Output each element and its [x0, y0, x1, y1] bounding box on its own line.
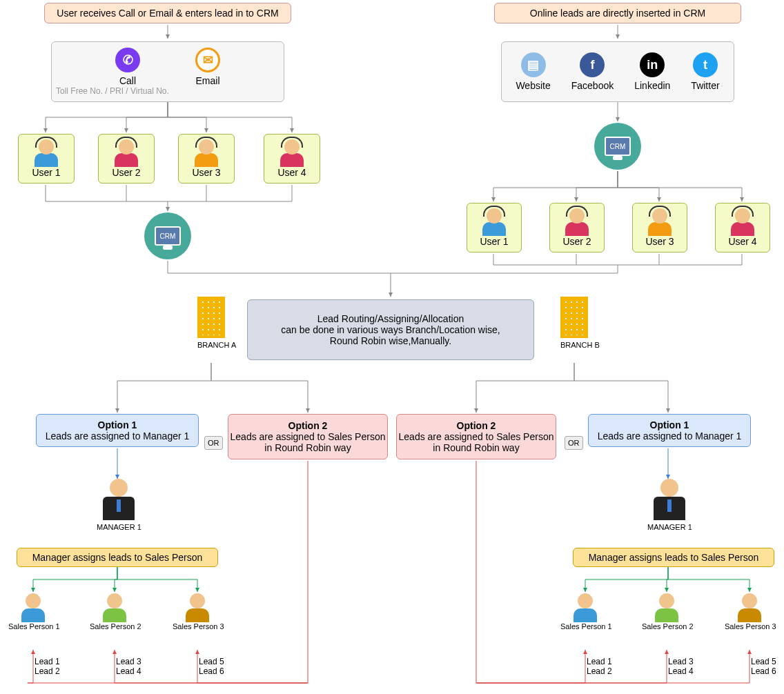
branch-b-label: BRANCH B [560, 341, 600, 349]
right-header: Online leads are directly inserted in CR… [494, 3, 741, 23]
right-user-1: User 1 [467, 203, 522, 252]
call-email-box: ✆ Call ✉ Email Toll Free No. / PRI / Vir… [51, 41, 284, 102]
sp-label: Sales Person 1 [560, 622, 610, 631]
crm-left: CRM [144, 212, 191, 259]
salesperson-right-2: Sales Person 2 [642, 593, 692, 631]
building-icon [560, 297, 588, 338]
manager-assign-right: Manager assigns leads to Sales Person [573, 548, 774, 567]
opt1-title: Option 1 [98, 419, 137, 430]
right-or: OR [565, 436, 583, 450]
manager-assign-left: Manager assigns leads to Sales Person [17, 548, 218, 567]
left-user-1: User 1 [18, 134, 75, 184]
left-option1: Option 1 Leads are assigned to Manager 1 [36, 414, 199, 447]
salesperson-right-1: Sales Person 1 [560, 593, 610, 631]
sp-label: Sales Person 3 [725, 622, 774, 631]
left-user-3: User 3 [178, 134, 235, 184]
routing-box: Lead Routing/Assigning/Allocation can be… [247, 299, 534, 360]
opt2-title: Option 2 [457, 420, 496, 431]
leads-left-3: Lead 5Lead 6 [199, 657, 224, 676]
twitter-icon: t [693, 52, 718, 77]
sources-box: ▤ Website f Facebook in Linkedin t Twitt… [501, 41, 734, 102]
facebook-label: Facebook [571, 80, 614, 91]
salesperson-left-1: Sales Person 1 [8, 593, 58, 631]
right-option1: Option 1 Leads are assigned to Manager 1 [588, 414, 751, 447]
crm-label: CRM [605, 137, 631, 156]
opt2-title: Option 2 [288, 420, 328, 431]
manager-icon [647, 479, 692, 520]
salesperson-left-2: Sales Person 2 [90, 593, 139, 631]
left-header-text: User receives Call or Email & enters lea… [57, 8, 278, 19]
left-option2: Option 2 Leads are assigned to Sales Per… [228, 414, 388, 459]
routing-line3: Round Robin wise,Manually. [330, 335, 451, 346]
leads-right-3: Lead 5Lead 6 [751, 657, 776, 676]
user-label: User 2 [112, 167, 140, 178]
routing-line2: can be done in various ways Branch/Locat… [281, 324, 500, 335]
user-label: User 4 [728, 236, 756, 247]
user-label: User 2 [562, 236, 591, 247]
sp-label: Sales Person 2 [642, 622, 692, 631]
salesperson-left-3: Sales Person 3 [173, 593, 222, 631]
left-user-2: User 2 [98, 134, 155, 184]
leads-right-2: Lead 3Lead 4 [668, 657, 694, 676]
linkedin-label: Linkedin [634, 80, 670, 91]
salesperson-right-3: Sales Person 3 [725, 593, 774, 631]
right-option2: Option 2 Leads are assigned to Sales Per… [396, 414, 556, 459]
branch-a-label: BRANCH A [197, 341, 236, 349]
crm-right: CRM [594, 123, 641, 170]
manager-icon [97, 479, 141, 520]
manager-label: MANAGER 1 [647, 523, 692, 531]
left-header: User receives Call or Email & enters lea… [44, 3, 291, 23]
user-label: User 1 [32, 167, 60, 178]
opt1-title: Option 1 [650, 419, 689, 430]
manager-label: MANAGER 1 [97, 523, 141, 531]
opt2-text: Leads are assigned to Sales Person in Ro… [397, 431, 556, 453]
email-label: Email [195, 75, 219, 86]
routing-line1: Lead Routing/Assigning/Allocation [317, 313, 464, 324]
website-label: Website [516, 80, 550, 91]
sp-label: Sales Person 1 [8, 622, 58, 631]
user-label: User 3 [192, 167, 220, 178]
leads-left-2: Lead 3Lead 4 [116, 657, 141, 676]
manager-left: MANAGER 1 [97, 479, 141, 531]
user-label: User 3 [645, 236, 674, 247]
leads-left-1: Lead 1Lead 2 [35, 657, 60, 676]
right-user-3: User 3 [632, 203, 687, 252]
branch-b: BRANCH B [560, 297, 600, 349]
phone-icon: ✆ [115, 48, 140, 72]
crm-label: CRM [155, 226, 181, 246]
manager-right: MANAGER 1 [647, 479, 692, 531]
call-sub-label: Toll Free No. / PRI / Virtual No. [56, 86, 169, 96]
left-or: OR [204, 436, 223, 450]
user-label: User 1 [480, 236, 508, 247]
opt1-text: Leads are assigned to Manager 1 [46, 430, 190, 442]
facebook-icon: f [580, 52, 605, 77]
left-user-4: User 4 [264, 134, 320, 184]
right-user-2: User 2 [549, 203, 605, 252]
email-icon: ✉ [195, 48, 220, 72]
website-icon: ▤ [521, 52, 546, 77]
twitter-label: Twitter [691, 80, 719, 91]
sp-label: Sales Person 2 [90, 622, 139, 631]
right-header-text: Online leads are directly inserted in CR… [530, 8, 705, 19]
opt1-text: Leads are assigned to Manager 1 [598, 430, 742, 442]
building-icon [197, 297, 225, 338]
right-user-4: User 4 [715, 203, 770, 252]
leads-right-1: Lead 1Lead 2 [587, 657, 612, 676]
user-label: User 4 [277, 167, 306, 178]
opt2-text: Leads are assigned to Sales Person in Ro… [228, 431, 387, 453]
linkedin-icon: in [640, 52, 665, 77]
call-label: Call [119, 75, 136, 86]
sp-label: Sales Person 3 [173, 622, 222, 631]
branch-a: BRANCH A [197, 297, 236, 349]
